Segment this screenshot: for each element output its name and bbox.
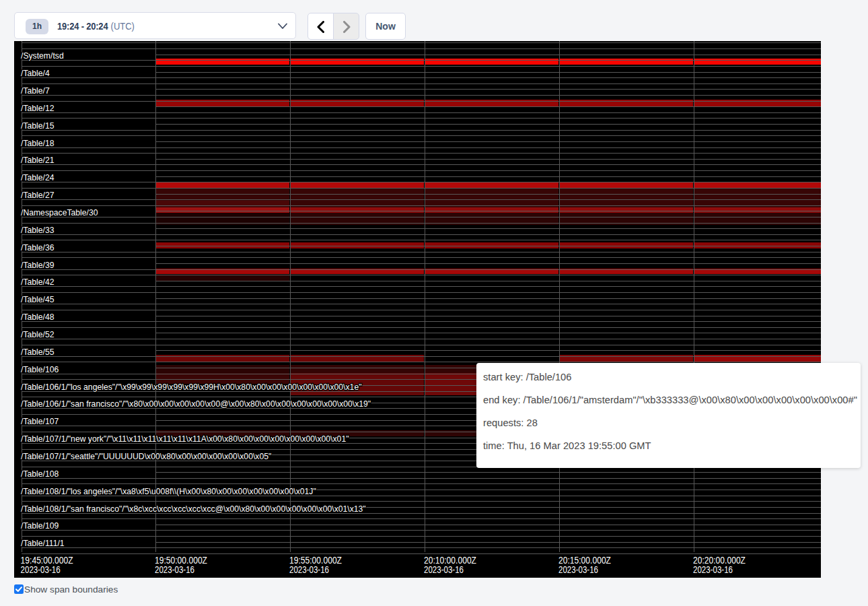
svg-text:/Table/39: /Table/39 <box>21 261 55 270</box>
svg-text:/Table/42: /Table/42 <box>21 277 55 287</box>
svg-text:/Table/107/1/"seattle"/"UUUUUU: /Table/107/1/"seattle"/"UUUUUUD\x00\x80\… <box>21 452 271 461</box>
svg-text:/Table/48: /Table/48 <box>21 312 55 322</box>
svg-text:/Table/55: /Table/55 <box>21 347 55 357</box>
svg-text:/Table/107/1/"new york"/"\x11\: /Table/107/1/"new york"/"\x11\x11\x11\x1… <box>21 434 349 444</box>
svg-text:2023-03-16: 2023-03-16 <box>693 564 733 575</box>
svg-text:/Table/36: /Table/36 <box>21 243 55 252</box>
svg-text:/Table/45: /Table/45 <box>21 295 55 304</box>
svg-text:/Table/12: /Table/12 <box>21 104 55 113</box>
svg-text:/Table/33: /Table/33 <box>21 226 55 235</box>
svg-text:/Table/15: /Table/15 <box>21 121 55 131</box>
svg-text:/System/tsd: /System/tsd <box>21 51 64 61</box>
svg-text:/Table/109: /Table/109 <box>21 521 59 531</box>
svg-text:2023-03-16: 2023-03-16 <box>558 564 598 575</box>
svg-text:/Table/108: /Table/108 <box>21 469 59 479</box>
svg-text:/Table/111/1: /Table/111/1 <box>21 539 65 548</box>
svg-text:2023-03-16: 2023-03-16 <box>155 564 194 575</box>
svg-text:/Table/27: /Table/27 <box>21 191 55 200</box>
svg-text:/Table/106/1/"los angeles"/"\x: /Table/106/1/"los angeles"/"\x99\x99\x99… <box>21 382 361 392</box>
svg-text:/Table/52: /Table/52 <box>21 330 55 339</box>
svg-text:/Table/108/1/"los angeles"/"\x: /Table/108/1/"los angeles"/"\xa8\xf5\u00… <box>21 487 316 496</box>
svg-text:/Table/106/1/"san francisco"/": /Table/106/1/"san francisco"/"\x80\x00\x… <box>21 399 371 409</box>
svg-text:/Table/7: /Table/7 <box>21 86 50 96</box>
svg-text:/Table/107: /Table/107 <box>21 417 59 426</box>
svg-text:2023-03-16: 2023-03-16 <box>289 564 329 575</box>
svg-text:/Table/108/1/"san francisco"/": /Table/108/1/"san francisco"/"\x8c\xcc\x… <box>21 504 366 514</box>
svg-text:/Table/4: /Table/4 <box>21 69 50 78</box>
svg-text:2023-03-16: 2023-03-16 <box>424 564 464 575</box>
svg-text:/Table/21: /Table/21 <box>21 156 55 165</box>
svg-text:/Table/106: /Table/106 <box>21 365 59 374</box>
svg-text:/Table/24: /Table/24 <box>21 173 55 182</box>
svg-text:/Table/18: /Table/18 <box>21 139 55 148</box>
svg-text:2023-03-16: 2023-03-16 <box>21 564 61 575</box>
svg-text:/NamespaceTable/30: /NamespaceTable/30 <box>21 208 98 217</box>
